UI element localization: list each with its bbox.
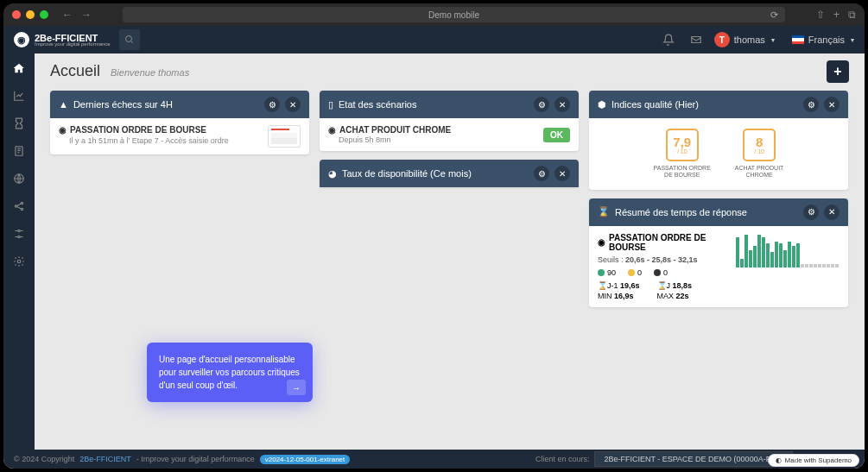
quality-max: / 10 [754, 148, 764, 154]
failure-detail: Il y a 1h 51mn à l' Etape 7 - Accès sais… [69, 136, 261, 145]
sidebar-item-globe[interactable] [11, 171, 27, 186]
svg-line-1 [130, 41, 133, 44]
legend-item: 0 [654, 268, 668, 277]
svg-point-0 [125, 36, 131, 42]
target-icon: ◉ [59, 125, 67, 135]
svg-point-6 [21, 208, 22, 210]
widget-close-button[interactable]: ✕ [824, 97, 839, 112]
chevron-down-icon: ▾ [771, 36, 775, 44]
logo-icon: ◉ [14, 32, 29, 47]
onboarding-tooltip: Une page d'accueil personnalisable pour … [147, 343, 313, 402]
version-badge: v2024-12-05-001-extranet [260, 455, 351, 464]
window-close-icon[interactable] [12, 10, 21, 19]
reload-icon[interactable]: ⟳ [770, 9, 778, 21]
sidebar-item-reports[interactable] [11, 143, 27, 159]
quality-item[interactable]: 8 / 10 ACHAT PRODUITCHROME [735, 129, 784, 179]
legend-item: 90 [598, 268, 616, 277]
app-header: ◉ 2Be-FFICIENT Improve your digital perf… [3, 26, 865, 53]
url-text: Demo mobile [428, 10, 479, 20]
loading-icon: ◕ [328, 168, 337, 179]
widget-failures: ▲ Derniers échecs sur 4H ⚙ ✕ ◉PASSATION … [50, 91, 309, 154]
url-bar[interactable]: Demo mobile ⟳ [123, 7, 785, 22]
stat-j1: ⌛J-1 19,6s [598, 281, 640, 290]
language-select[interactable]: Français ▾ [792, 35, 854, 45]
sidebar-item-share[interactable] [11, 198, 27, 214]
widget-settings-button[interactable]: ⚙ [534, 166, 549, 181]
widget-settings-button[interactable]: ⚙ [803, 97, 819, 112]
failure-item[interactable]: ◉PASSATION ORDRE DE BOURSE Il y a 1h 51m… [59, 125, 301, 148]
app-footer: © 2024 Copyright 2Be-FFICIENT - Improve … [3, 450, 865, 469]
badge-icon: ⬢ [598, 99, 606, 110]
widget-title: Etat des scénarios [339, 99, 529, 110]
widget-close-button[interactable]: ✕ [285, 97, 301, 112]
quality-max: / 10 [677, 148, 687, 154]
svg-point-9 [17, 260, 21, 263]
scenario-name: ACHAT PRODUIT CHROME [339, 125, 451, 135]
sidebar-item-config[interactable] [11, 226, 27, 242]
chevron-down-icon: ▾ [851, 36, 854, 44]
client-select[interactable]: 2Be-FFICIENT - ESPACE DE DEMO (00000A-FR… [594, 451, 793, 467]
failure-name: PASSATION ORDRE DE BOURSE [70, 125, 206, 135]
tabs-icon[interactable]: ⧉ [848, 9, 856, 21]
svg-point-5 [21, 202, 22, 204]
brand-tagline: Improve your digital performance [35, 41, 111, 47]
target-icon: ◉ [598, 237, 605, 247]
user-name: thomas [734, 35, 765, 45]
user-avatar: T [714, 32, 730, 47]
copyright: © 2024 Copyright [14, 455, 74, 463]
notifications-icon[interactable] [659, 30, 678, 49]
tooltip-next-button[interactable]: → [287, 380, 306, 395]
response-chart [736, 233, 839, 267]
widget-availability: ◕ Taux de disponibilité (Ce mois) ⚙ ✕ [320, 160, 579, 187]
supademo-icon: ◐ [776, 456, 782, 464]
stat-min: MIN 16,9s [598, 292, 640, 300]
scenario-detail: Depuis 5h 8mn [339, 135, 536, 144]
messages-icon[interactable] [687, 30, 706, 49]
sidebar-item-scenarios[interactable] [11, 116, 27, 131]
window-minimize-icon[interactable] [26, 10, 35, 19]
widget-scenarios: ▯ Etat des scénarios ⚙ ✕ ◉ACHAT PRODUIT … [320, 91, 579, 151]
search-icon [124, 35, 135, 45]
warning-icon: ▲ [59, 99, 68, 110]
stat-max: MAX 22s [657, 292, 693, 300]
svg-point-4 [15, 205, 16, 207]
sidebar-item-home[interactable] [11, 60, 27, 76]
tooltip-text: Une page d'accueil personnalisable pour … [159, 355, 300, 390]
target-icon: ◉ [328, 125, 336, 135]
svg-point-7 [18, 230, 20, 231]
quality-score: 7,9 [673, 135, 691, 148]
share-icon[interactable]: ⇧ [816, 9, 825, 21]
widget-close-button[interactable]: ✕ [554, 166, 570, 181]
status-badge: OK [543, 128, 570, 142]
mobile-icon: ▯ [328, 99, 333, 110]
widget-settings-button[interactable]: ⚙ [534, 97, 549, 112]
failure-thumbnail[interactable] [268, 125, 301, 148]
response-item-name: PASSATION ORDRE DE BOURSE [609, 233, 727, 252]
add-tab-icon[interactable]: + [833, 9, 839, 21]
back-button[interactable]: ← [62, 9, 73, 21]
scenario-item[interactable]: ◉ACHAT PRODUIT CHROME Depuis 5h 8mn OK [328, 125, 570, 144]
brand-logo[interactable]: ◉ 2Be-FFICIENT Improve your digital perf… [14, 32, 111, 47]
threshold-values: 20,6s - 25,8s - 32,1s [625, 255, 698, 264]
quality-item[interactable]: 7,9 / 10 PASSATION ORDREDE BOURSE [654, 129, 711, 179]
widget-response-times: ⌛ Résumé des temps de réponse ⚙ ✕ ◉PASSA… [589, 198, 848, 307]
widget-close-button[interactable]: ✕ [824, 205, 839, 220]
add-widget-button[interactable]: + [827, 60, 849, 83]
footer-brand-link[interactable]: 2Be-FFICIENT [79, 455, 131, 463]
supademo-badge[interactable]: ◐ Made with Supademo [768, 454, 859, 467]
forward-button[interactable]: → [81, 9, 92, 21]
flag-icon [792, 35, 804, 44]
widget-close-button[interactable]: ✕ [554, 97, 570, 112]
widget-settings-button[interactable]: ⚙ [803, 205, 819, 220]
widget-title: Derniers échecs sur 4H [73, 99, 259, 110]
sidebar-item-settings[interactable] [11, 254, 27, 269]
hourglass-icon: ⌛ [598, 206, 610, 217]
legend-item: 0 [628, 268, 642, 277]
footer-tagline: - Improve your digital performance [136, 455, 255, 463]
sidebar-item-charts[interactable] [11, 88, 27, 104]
search-button[interactable] [119, 29, 140, 50]
user-menu[interactable]: T thomas ▾ [714, 32, 775, 47]
widget-settings-button[interactable]: ⚙ [264, 97, 280, 112]
window-maximize-icon[interactable] [40, 10, 48, 19]
widget-title: Résumé des temps de réponse [615, 207, 798, 217]
